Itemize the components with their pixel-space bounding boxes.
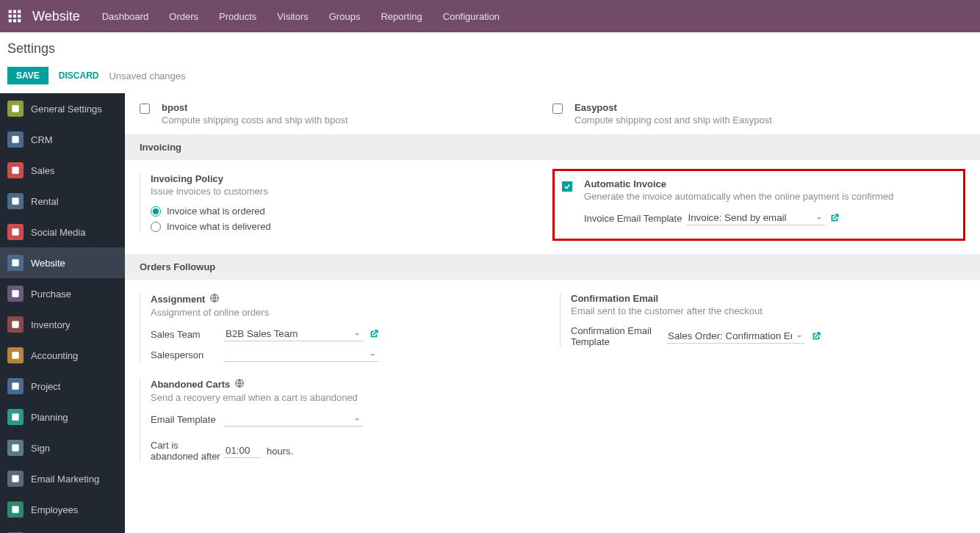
sidebar-item-label: Email Marketing	[31, 474, 99, 485]
nav-visitors[interactable]: Visitors	[277, 11, 308, 22]
svg-rect-1	[13, 10, 16, 13]
sidebar-item-label: Employees	[31, 504, 78, 515]
discard-button[interactable]: DISCARD	[59, 70, 99, 81]
sidebar-item-general-settings[interactable]: General Settings	[0, 93, 125, 124]
svg-rect-8	[18, 19, 21, 22]
auto-invoice-title: Automatic Invoice	[584, 178, 893, 189]
sales-team-select[interactable]	[224, 327, 363, 341]
auto-invoice-checkbox[interactable]	[562, 181, 572, 192]
abandoned-template-label: Email Template	[151, 414, 224, 425]
sidebar-item-label: Inventory	[31, 319, 70, 330]
module-icon	[7, 224, 24, 240]
abandoned-title: Abandoned Carts	[151, 379, 230, 390]
sidebar-item-website[interactable]: Website	[0, 247, 125, 278]
bpost-desc: Compute shipping costs and ship with bpo…	[162, 115, 348, 126]
sidebar-item-purchase[interactable]: Purchase	[0, 278, 125, 309]
module-icon	[7, 131, 24, 148]
module-icon	[7, 501, 24, 518]
bpost-title: bpost	[162, 102, 348, 113]
svg-rect-15	[12, 290, 18, 297]
sidebar-item-label: Rental	[31, 196, 59, 207]
sidebar-item-label: CRM	[31, 134, 53, 145]
confirmation-template-label: Confirmation Email Template	[571, 325, 666, 347]
abandoned-desc: Send a recovery email when a cart is aba…	[151, 392, 545, 403]
module-icon	[7, 193, 24, 209]
sidebar-item-employees[interactable]: Employees	[0, 494, 125, 525]
svg-rect-4	[13, 15, 16, 18]
sidebar-item-label: Social Media	[31, 227, 85, 238]
nav-groups[interactable]: Groups	[329, 11, 361, 22]
module-icon	[7, 440, 24, 456]
automatic-invoice-highlight: Automatic Invoice Generate the invoice a…	[552, 169, 965, 241]
policy-delivered-radio[interactable]	[151, 222, 161, 232]
svg-rect-17	[12, 352, 18, 358]
sidebar-item-accounting[interactable]: Accounting	[0, 340, 125, 371]
auto-invoice-template-external-link[interactable]	[829, 213, 840, 223]
easypost-checkbox[interactable]	[552, 104, 563, 114]
svg-rect-21	[12, 475, 18, 482]
policy-delivered-row[interactable]: Invoice what is delivered	[151, 221, 545, 232]
policy-ordered-row[interactable]: Invoice what is ordered	[151, 206, 545, 217]
sidebar-item-email-marketing[interactable]: Email Marketing	[0, 463, 125, 494]
sidebar-item-sales[interactable]: Sales	[0, 155, 125, 186]
module-icon	[7, 316, 24, 333]
svg-rect-7	[13, 19, 16, 22]
sidebar-item-social-media[interactable]: Social Media	[0, 217, 125, 247]
nav-orders[interactable]: Orders	[169, 11, 198, 22]
policy-ordered-radio[interactable]	[151, 206, 161, 217]
abandoned-after-label: Cart is abandoned after	[151, 440, 224, 462]
auto-invoice-template-select[interactable]	[686, 211, 825, 225]
assignment-title: Assignment	[151, 294, 205, 305]
sidebar-item-label: Project	[31, 381, 60, 392]
action-bar: SAVE DISCARD Unsaved changes	[0, 61, 980, 93]
nav-configuration[interactable]: Configuration	[443, 11, 500, 22]
module-icon	[7, 162, 24, 178]
abandoned-template-select[interactable]	[224, 412, 363, 427]
nav-dashboard[interactable]: Dashboard	[102, 11, 149, 22]
top-menu: Dashboard Orders Products Visitors Group…	[102, 11, 500, 22]
sidebar-item-project[interactable]: Project	[0, 371, 125, 402]
svg-rect-18	[12, 382, 18, 389]
sidebar-item-label: Accounting	[31, 350, 78, 361]
save-button[interactable]: SAVE	[7, 67, 48, 84]
auto-invoice-template-label: Invoice Email Template	[584, 213, 682, 224]
sidebar-item-label: Sales	[31, 165, 55, 176]
apps-icon[interactable]	[7, 9, 22, 23]
sidebar-item-label: Website	[31, 258, 65, 269]
module-icon	[7, 409, 24, 425]
nav-reporting[interactable]: Reporting	[381, 11, 422, 22]
sidebar-item-crm[interactable]: CRM	[0, 124, 125, 155]
brand: Website	[32, 9, 80, 24]
bpost-checkbox[interactable]	[140, 104, 150, 114]
sidebar-item-inventory[interactable]: Inventory	[0, 309, 125, 340]
confirmation-template-external-link[interactable]	[811, 331, 821, 341]
settings-content: bpost Compute shipping costs and ship wi…	[125, 93, 980, 533]
salesperson-label: Salesperson	[151, 349, 224, 360]
policy-delivered-label: Invoice what is delivered	[167, 221, 271, 232]
nav-products[interactable]: Products	[219, 11, 256, 22]
followup-section-head: Orders Followup	[125, 254, 980, 280]
sidebar-item-label: Purchase	[31, 289, 71, 300]
assignment-desc: Assignment of online orders	[151, 307, 545, 318]
invoicing-policy-desc: Issue invoices to customers	[151, 186, 545, 197]
svg-rect-16	[12, 321, 18, 327]
abandoned-after-input[interactable]	[224, 443, 261, 458]
top-nav: Website Dashboard Orders Products Visito…	[0, 0, 980, 32]
sidebar-item-rental[interactable]: Rental	[0, 186, 125, 217]
salesperson-select[interactable]	[224, 347, 378, 362]
module-icon	[7, 255, 24, 271]
sales-team-external-link[interactable]	[369, 329, 379, 339]
sidebar-item-point-of-sale[interactable]: Point of Sale	[0, 525, 125, 533]
svg-rect-2	[18, 10, 21, 13]
module-icon	[7, 286, 24, 302]
sales-team-label: Sales Team	[151, 329, 224, 340]
module-icon	[7, 347, 24, 363]
svg-rect-14	[12, 259, 18, 266]
page-title: Settings	[7, 41, 973, 57]
confirmation-template-select[interactable]	[666, 329, 805, 344]
policy-ordered-label: Invoice what is ordered	[167, 206, 265, 217]
sidebar-item-planning[interactable]: Planning	[0, 402, 125, 432]
module-icon	[7, 471, 24, 487]
sidebar-item-sign[interactable]: Sign	[0, 432, 125, 463]
abandoned-after-unit: hours.	[267, 446, 293, 457]
